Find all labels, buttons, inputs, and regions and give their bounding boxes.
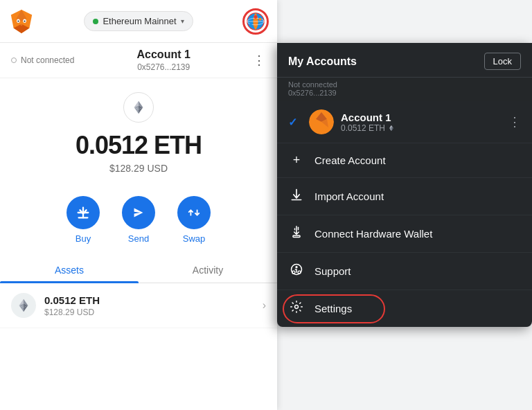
asset-eth-usd: $128.29 USD [44, 308, 263, 317]
dd-account-info: Account 1 0.0512 ETH [341, 112, 508, 133]
chevron-down-icon: ▾ [181, 17, 184, 25]
import-icon [288, 188, 305, 205]
svg-point-15 [250, 22, 252, 24]
preview-status: Not connected [288, 80, 521, 89]
support-label: Support [314, 265, 351, 277]
balance-section: 0.0512 ETH $128.29 USD [0, 78, 277, 185]
settings-icon [288, 300, 305, 317]
identicon-button[interactable] [242, 8, 269, 35]
lock-button[interactable]: Lock [484, 53, 521, 70]
preview-address: 0x5276...2139 [288, 89, 521, 97]
dd-account-balance: 0.0512 ETH [341, 123, 508, 133]
asset-item-eth[interactable]: 0.0512 ETH $128.29 USD › [0, 283, 277, 328]
svg-point-47 [295, 305, 299, 309]
tabs-bar: Assets Activity [0, 258, 277, 283]
settings-label: Settings [314, 303, 352, 314]
usb-icon [288, 225, 305, 242]
asset-chevron-icon: › [263, 299, 266, 312]
swap-label: Swap [183, 233, 206, 244]
action-buttons: Buy Send Swap [0, 185, 277, 258]
svg-point-8 [24, 20, 25, 21]
account-name: Account 1 [137, 48, 190, 61]
import-account-item[interactable]: Import Account [277, 178, 532, 215]
tab-assets[interactable]: Assets [0, 258, 139, 283]
hardware-wallet-item[interactable]: Connect Hardware Wallet [277, 215, 532, 253]
wallet-panel: Ethereum Mainnet ▾ Not connected Account… [0, 0, 277, 410]
connection-status: Not connected [11, 55, 74, 65]
dd-account-item-1[interactable]: ✓ Account 1 0.0512 ETH [277, 101, 532, 143]
hardware-wallet-label: Connect Hardware Wallet [314, 228, 432, 240]
dd-account-name: Account 1 [341, 112, 508, 123]
swap-button[interactable]: Swap [177, 196, 211, 244]
create-account-item[interactable]: + Create Account [277, 143, 532, 178]
network-name: Ethereum Mainnet [103, 16, 176, 26]
send-label: Send [128, 233, 149, 244]
account-menu-dots[interactable]: ⋮ [508, 114, 521, 130]
check-icon: ✓ [288, 116, 302, 129]
send-button[interactable]: Send [122, 196, 155, 244]
svg-point-46 [298, 271, 301, 274]
asset-list: 0.0512 ETH $128.29 USD › [0, 283, 277, 410]
svg-point-45 [292, 271, 295, 274]
swap-icon [177, 196, 211, 229]
account-bar: Not connected Account 1 0x5276...2139 ⋮ [0, 43, 277, 78]
account-name-area: Account 1 0x5276...2139 [137, 48, 190, 72]
disconnected-dot [11, 57, 17, 63]
svg-point-44 [295, 266, 297, 268]
balance-eth: 0.0512 ETH [76, 131, 202, 160]
account-address: 0x5276...2139 [137, 62, 190, 72]
dropdown-bg-preview: Not connected 0x5276...2139 [277, 78, 532, 101]
asset-eth-amount: 0.0512 ETH [44, 294, 263, 306]
tab-activity[interactable]: Activity [139, 258, 277, 283]
not-connected-label: Not connected [21, 55, 74, 65]
dropdown-header: My Accounts Lock [277, 43, 532, 78]
support-item[interactable]: Support [277, 253, 532, 290]
support-icon [288, 262, 305, 280]
fox-logo[interactable] [8, 8, 35, 35]
buy-icon [66, 196, 100, 229]
asset-details: 0.0512 ETH $128.29 USD [44, 294, 263, 317]
buy-label: Buy [76, 233, 91, 244]
accounts-dropdown: My Accounts Lock Not connected 0x5276...… [277, 43, 532, 327]
account-options-button[interactable]: ⋮ [253, 53, 266, 68]
wallet-header: Ethereum Mainnet ▾ [0, 0, 277, 43]
svg-point-14 [258, 17, 261, 20]
dropdown-title: My Accounts [288, 55, 357, 68]
import-account-label: Import Account [314, 190, 384, 202]
settings-item[interactable]: Settings [277, 290, 532, 327]
svg-point-13 [254, 15, 258, 19]
network-selector[interactable]: Ethereum Mainnet ▾ [84, 11, 193, 31]
network-status-dot [93, 19, 98, 24]
svg-point-7 [17, 20, 19, 21]
create-account-label: Create Account [314, 154, 386, 166]
account-avatar [309, 109, 334, 134]
buy-button[interactable]: Buy [66, 196, 100, 244]
asset-eth-icon [11, 293, 36, 318]
eth-icon [123, 92, 154, 123]
plus-icon: + [288, 153, 305, 168]
send-icon [122, 196, 155, 229]
balance-usd: $128.29 USD [109, 163, 168, 174]
